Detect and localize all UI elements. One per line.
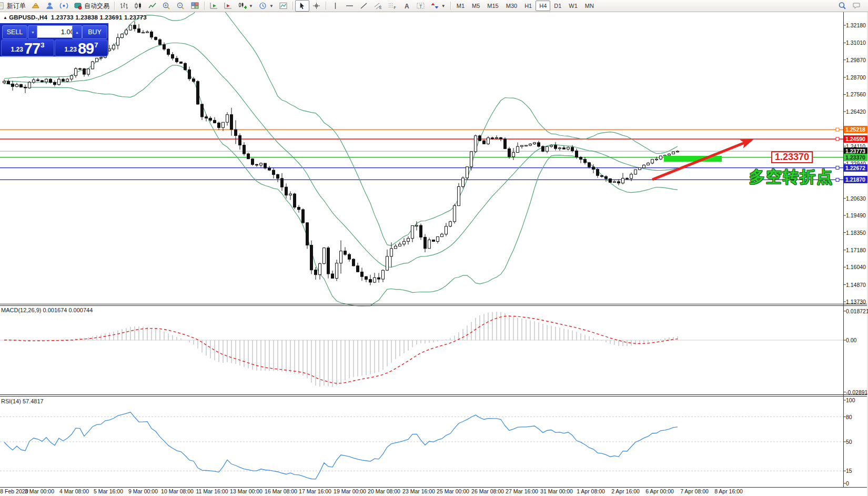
community-icon-button[interactable] [43, 0, 57, 12]
volume-increase-button[interactable]: ▲ [72, 25, 82, 39]
chart-shift-button[interactable] [207, 0, 221, 12]
linechart-icon [148, 2, 157, 10]
chart-canvas[interactable] [0, 0, 868, 496]
chat-icon [852, 2, 861, 10]
crosshair-button[interactable] [309, 0, 324, 12]
market-icon-button[interactable] [28, 0, 43, 12]
zoomin-icon [162, 2, 171, 10]
chart-title: ▲GBPUSD-,H4 1.23733 1.23838 1.23691 1.23… [3, 14, 147, 21]
time-axis-label: 3 Mar 00:00 [25, 488, 54, 494]
new-order-button-label: 新订单 [7, 2, 26, 11]
dropdown-caret-icon: ▼ [269, 4, 274, 8]
time-axis-label: 9 Mar 00:00 [128, 488, 158, 494]
timeframe-m1-button[interactable]: M1 [453, 1, 468, 11]
equidistant-channel-button[interactable]: E [371, 0, 385, 12]
one-click-trading-panel: SELL ▼ ▲ BUY 1.23773 1.23897 [0, 23, 108, 56]
rsi-axis-tick: 50 [846, 439, 868, 445]
dropdown-caret-icon: ▼ [441, 4, 446, 8]
zoom-out-button[interactable] [174, 0, 188, 12]
time-axis-label: 17 Mar 16:00 [299, 488, 331, 494]
timeframe-m5-button[interactable]: M5 [468, 1, 483, 11]
chat-button[interactable] [850, 0, 864, 12]
time-axis-label: 5 Mar 16:00 [94, 488, 123, 494]
labelT-icon: T [416, 2, 425, 10]
rsi-axis-tick: 0 [846, 480, 868, 487]
cursor-icon [298, 2, 307, 10]
time-axis-label: 2 Apr 16:00 [611, 488, 640, 494]
auto-scroll-button[interactable] [221, 0, 235, 12]
timeframe-d1-button[interactable]: D1 [550, 1, 565, 11]
vertical-line-button[interactable] [328, 0, 342, 12]
symbol-ohlc-values: 1.23733 1.23838 1.23691 1.23773 [51, 14, 147, 21]
new-order-button[interactable]: 新订单 [0, 0, 28, 12]
line-chart-button[interactable] [145, 0, 159, 12]
rsi-axis-tick: 100 [846, 397, 868, 403]
price-line-badge: 1.25218 [844, 126, 867, 133]
rsi-label: RSI(14) 57.4817 [1, 398, 44, 404]
toolbar-separator [326, 2, 326, 10]
search-button[interactable] [835, 0, 850, 12]
buy-button[interactable]: BUY [82, 25, 107, 39]
fibo-icon: F [388, 2, 397, 10]
sell-price-box[interactable]: 1.23773 [1, 39, 54, 56]
text-button[interactable]: A [399, 0, 413, 12]
price-axis-tick: 1.27560 [846, 91, 868, 97]
bars-icon [119, 2, 128, 10]
candlestick-chart-button[interactable] [131, 0, 145, 12]
horizontal-line-button[interactable] [342, 0, 357, 12]
price-axis-tick: 1.32180 [846, 22, 868, 28]
buy-price-box[interactable]: 1.23897 [55, 39, 108, 56]
fibonacci-button[interactable]: F [385, 0, 399, 12]
timeframe-h1-button[interactable]: H1 [521, 1, 536, 11]
trendline-button[interactable] [357, 0, 371, 12]
time-axis-label: 11 Mar 16:00 [196, 488, 228, 494]
macd-axis-tick: -0.028913 [846, 389, 868, 395]
price-axis-tick: 1.19490 [846, 212, 868, 219]
cursor-button[interactable] [295, 0, 309, 12]
time-axis-label: 16 Mar 08:00 [265, 488, 297, 494]
timeframe-m15-button[interactable]: M15 [483, 1, 502, 11]
timeframe-m30-button[interactable]: M30 [502, 1, 521, 11]
time-axis-label: 23 Mar 16:00 [402, 488, 435, 494]
page-icon [0, 2, 5, 10]
turning-point-annotation: 多空转折点 [749, 166, 833, 188]
arrows-button[interactable]: ▼ [428, 0, 448, 12]
search-icon [838, 2, 847, 10]
hline-icon [345, 2, 354, 10]
time-axis-label: 20 Mar 08:00 [368, 488, 400, 494]
volume-input[interactable] [37, 25, 77, 38]
autotrading-button-label: 自动交易 [84, 2, 109, 11]
svg-text:F: F [393, 6, 396, 9]
zoomout-icon [176, 2, 185, 10]
price-line-badge: 1.24590 [844, 135, 867, 143]
arrows-icon [430, 2, 439, 10]
time-axis-label: 13 Mar 00:00 [230, 488, 263, 494]
time-axis-label: 7 Apr 08:00 [680, 488, 709, 494]
timeframe-h4-button[interactable]: H4 [536, 1, 550, 11]
text-label-button[interactable]: T [413, 0, 428, 12]
templates-button[interactable] [276, 0, 290, 12]
zoom-in-button[interactable] [159, 0, 174, 12]
autoscroll-icon [224, 2, 233, 10]
svg-text:T: T [419, 4, 422, 9]
new-chart-button[interactable]: ▼ [235, 0, 256, 12]
sell-button[interactable]: SELL [2, 25, 27, 39]
bar-chart-button[interactable] [117, 0, 131, 12]
toolbar-separator [204, 2, 205, 10]
time-axis-label: 4 Mar 08:00 [59, 488, 89, 494]
gold-icon [31, 2, 40, 10]
price-axis-tick: 1.29870 [846, 57, 868, 63]
price-axis-tick: 1.16040 [846, 264, 868, 270]
profiles-button[interactable]: ▼ [256, 0, 276, 12]
svg-text:A: A [405, 3, 409, 10]
autotrading-button[interactable]: 自动交易 [71, 0, 112, 12]
signals-icon-button[interactable] [57, 0, 71, 12]
rsi-axis-tick: 80 [846, 414, 868, 420]
timeframe-mn-button[interactable]: MN [581, 1, 598, 11]
price-line-badge: 1.22672 [844, 164, 867, 172]
crosshair-icon [312, 2, 321, 10]
timeframe-w1-button[interactable]: W1 [565, 1, 581, 11]
price-axis-tick: 1.26420 [846, 108, 868, 115]
time-axis-label: 27 Mar 16:00 [506, 488, 538, 494]
tile-windows-button[interactable] [188, 0, 202, 12]
